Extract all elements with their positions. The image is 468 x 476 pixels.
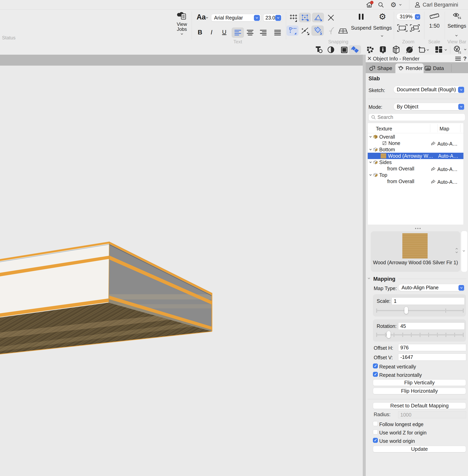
- map-type-select[interactable]: Auto-Align Plane: [398, 284, 465, 291]
- fit-objects-button[interactable]: [410, 24, 420, 32]
- grid-snap-button[interactable]: [289, 14, 297, 22]
- map-type-chevron[interactable]: [458, 285, 464, 291]
- tangent-snap-button[interactable]: [301, 27, 309, 35]
- zoom-level-select[interactable]: 319%: [396, 13, 421, 20]
- mapping-section-label: Mapping: [373, 276, 395, 282]
- create-viewport-button[interactable]: [418, 46, 430, 54]
- smart-point-button[interactable]: [287, 26, 298, 36]
- intersection-snap-button[interactable]: [327, 14, 334, 21]
- panel-resize-handle[interactable]: [363, 55, 366, 476]
- tab-render[interactable]: Render: [397, 65, 423, 72]
- font-style-button[interactable]: Aa: [197, 13, 208, 21]
- texture-row-sides[interactable]: Sides: [368, 159, 463, 166]
- list-resize-handle[interactable]: [415, 226, 421, 230]
- working-plane-snap-button[interactable]: [338, 28, 348, 34]
- sketch-select[interactable]: Document Default (Rough): [393, 86, 465, 93]
- fit-page-button[interactable]: [397, 24, 408, 32]
- flip-horizontally-button[interactable]: Flip Horizontally: [373, 388, 466, 394]
- suspend-button[interactable]: Suspend: [349, 13, 373, 32]
- smart-edge-button[interactable]: [311, 26, 324, 36]
- font-family-select[interactable]: Arial Regular: [211, 14, 261, 21]
- texture-stepper[interactable]: [456, 248, 457, 253]
- hide-objects-button[interactable]: [406, 46, 413, 54]
- texture-row-overall[interactable]: Overall: [368, 134, 463, 140]
- slab-3d-object[interactable]: [0, 66, 363, 476]
- follow-longest-edge-label: Follow longest edge: [379, 421, 424, 427]
- view-jobs-button[interactable]: View Jobs: [174, 11, 190, 39]
- organize-blocks-button[interactable]: [367, 46, 374, 54]
- underline-button[interactable]: U: [221, 29, 227, 35]
- contrast-tool-button[interactable]: [327, 46, 335, 54]
- update-button[interactable]: Update: [373, 446, 466, 452]
- close-icon[interactable]: ×: [367, 54, 371, 63]
- use-world-origin-checkbox[interactable]: [373, 438, 378, 443]
- align-right-button[interactable]: [260, 30, 267, 36]
- scale-button[interactable]: 1:50: [426, 13, 443, 32]
- texture-search[interactable]: [368, 113, 465, 121]
- preview-side-panel[interactable]: [461, 231, 467, 272]
- extrude-view-button[interactable]: [393, 45, 400, 54]
- texture-preview-image[interactable]: [402, 233, 428, 258]
- rotation-slider-thumb[interactable]: [387, 331, 391, 338]
- disclosure-chevron-icon[interactable]: [369, 161, 371, 163]
- texture-mode-button[interactable]: [349, 45, 361, 54]
- disclosure-chevron-icon[interactable]: [369, 173, 371, 176]
- search-button[interactable]: [378, 2, 384, 8]
- font-size-chevron[interactable]: [275, 15, 281, 21]
- disclosure-chevron-icon[interactable]: [369, 148, 371, 150]
- vision-settings-button[interactable]: [453, 45, 467, 54]
- zoom-chevron[interactable]: [415, 14, 420, 19]
- view-bar-settings-button[interactable]: Settings: [447, 13, 467, 40]
- user-name: Carl Bergamini: [423, 2, 458, 8]
- offset-h-input[interactable]: [398, 344, 466, 351]
- font-family-chevron[interactable]: [254, 15, 260, 21]
- drawing-canvas[interactable]: [0, 66, 363, 476]
- italic-button[interactable]: I: [209, 29, 214, 36]
- snapping-settings-button[interactable]: ⚙ Settings: [371, 12, 394, 40]
- use-world-z-checkbox[interactable]: [373, 430, 378, 434]
- align-center-button[interactable]: [247, 30, 253, 36]
- fill-style-button[interactable]: [341, 46, 348, 54]
- angle-snap-button[interactable]: [312, 13, 324, 22]
- tab-shape[interactable]: Shape: [369, 65, 395, 72]
- texture-column-header[interactable]: Texture: [376, 126, 392, 132]
- map-scale-slider[interactable]: [377, 310, 463, 311]
- align-left-button[interactable]: [232, 28, 244, 38]
- object-info-toggle-button[interactable]: [380, 46, 386, 54]
- mode-chevron[interactable]: [458, 104, 464, 110]
- reset-default-mapping-button[interactable]: Reset to Default Mapping: [373, 402, 466, 409]
- panel-menu-icon[interactable]: [455, 56, 461, 61]
- texture-row-wood-selected[interactable]: Wood (Arroway W… Auto-A…: [368, 153, 463, 159]
- help-icon[interactable]: ?: [463, 56, 467, 62]
- disclosure-chevron-icon[interactable]: [369, 135, 371, 137]
- account-settings-button[interactable]: ⚙: [390, 1, 404, 8]
- bold-button[interactable]: B: [197, 29, 203, 36]
- format-text-tool-button[interactable]: [315, 46, 322, 54]
- flip-vertically-button[interactable]: Flip Vertically: [373, 379, 466, 386]
- search-input[interactable]: [378, 114, 463, 120]
- map-column-header[interactable]: Map: [439, 126, 449, 132]
- offset-v-input[interactable]: [398, 353, 466, 361]
- follow-longest-edge-checkbox[interactable]: [373, 421, 378, 426]
- tab-data[interactable]: Data: [425, 65, 447, 72]
- rotation-input[interactable]: [398, 322, 465, 330]
- map-scale-input[interactable]: [392, 297, 465, 305]
- texture-row-top[interactable]: Top: [368, 172, 463, 178]
- home-button[interactable]: [366, 1, 374, 8]
- arc-snap-button[interactable]: [327, 27, 336, 35]
- search-icon: [378, 2, 384, 8]
- radius-input[interactable]: [398, 411, 466, 418]
- sketch-chevron[interactable]: [458, 87, 464, 93]
- window-layout-button[interactable]: [435, 46, 448, 54]
- texture-row-bottom[interactable]: Bottom: [368, 146, 463, 153]
- map-scale-slider-thumb[interactable]: [404, 307, 408, 314]
- justify-button[interactable]: [274, 30, 281, 36]
- rotation-label: Rotation:: [377, 323, 396, 329]
- object-snap-icon: [301, 14, 309, 21]
- user-menu[interactable]: Carl Bergamini: [415, 1, 467, 8]
- object-snap-button[interactable]: [299, 13, 311, 22]
- repeat-horizontally-checkbox[interactable]: [373, 372, 378, 377]
- font-size-select[interactable]: 23.0: [263, 14, 282, 21]
- repeat-vertically-checkbox[interactable]: [373, 364, 378, 368]
- mode-select[interactable]: By Object: [393, 103, 465, 110]
